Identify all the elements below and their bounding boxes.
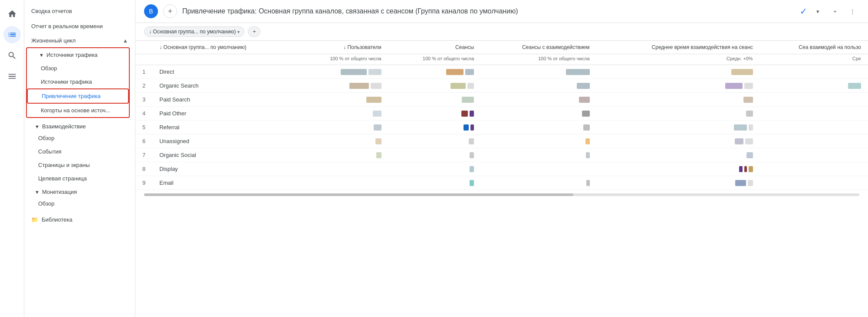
row-dim-4: Paid Other — [152, 107, 296, 121]
table-row[interactable]: 3 Paid Search — [135, 93, 868, 107]
table-controls: ↓ Основная группа... по умолчанию) ▾ + — [135, 23, 868, 41]
row-dim-9: Email — [152, 176, 296, 190]
sidebar-item-cohorts[interactable]: Когорты на основе источ... — [27, 104, 124, 117]
row-avg-time-6 — [597, 134, 760, 148]
sidebar-item-overview[interactable]: Обзор — [27, 62, 124, 75]
table-row[interactable]: 8 Display — [135, 162, 868, 176]
row-sessions-interaction-7 — [481, 148, 596, 162]
row-dim-8: Display — [152, 162, 296, 176]
row-avg-time-7 — [597, 148, 760, 162]
row-sessions-4 — [388, 107, 481, 121]
icon-rail — [0, 0, 24, 317]
row-sessions-per-user-9 — [760, 176, 868, 190]
monetization-section-header[interactable]: ▼ Монетизация — [24, 185, 135, 197]
sidebar-item-traffic-sources-header[interactable]: ▼ Источники трафика — [27, 48, 124, 62]
row-num-5: 5 — [135, 121, 152, 134]
header-add-button[interactable]: + — [163, 4, 177, 18]
chevron-icon: ▼ — [35, 190, 39, 195]
col-sessions-interaction-header[interactable]: Сеансы с взаимодействием — [481, 41, 596, 54]
dimension-pill[interactable]: ↓ Основная группа... по умолчанию) ▾ — [144, 26, 244, 37]
sidebar: Сводка отчетов Отчет в реальном времени … — [24, 0, 135, 317]
horizontal-scrollbar[interactable] — [144, 193, 859, 196]
table-row[interactable]: 7 Organic Social — [135, 148, 868, 162]
more-options-button[interactable]: ⋮ — [845, 4, 859, 18]
row-dim-1: Direct — [152, 65, 296, 79]
row-sessions-per-user-3 — [760, 93, 868, 107]
row-users-6 — [296, 134, 388, 148]
chevron-icon: ▼ — [35, 124, 39, 129]
sidebar-item-label: Сводка отчетов — [31, 8, 72, 14]
table-row[interactable]: 2 Organic Search — [135, 79, 868, 93]
row-dim-3: Paid Search — [152, 93, 296, 107]
row-sessions-9 — [388, 176, 481, 190]
sidebar-item-traffic-sources[interactable]: Источники трафика — [27, 75, 124, 88]
row-dim-6: Unassigned — [152, 134, 296, 148]
row-users-3 — [296, 93, 388, 107]
row-dim-2: Organic Search — [152, 79, 296, 93]
row-avg-time-3 — [597, 93, 760, 107]
row-sessions-per-user-2 — [760, 79, 868, 93]
row-users-2 — [296, 79, 388, 93]
traffic-sources-group: ▼ Источники трафика Обзор Источники траф… — [26, 47, 130, 118]
check-icon: ✓ — [800, 6, 807, 16]
row-avg-time-9 — [597, 176, 760, 190]
dimension-pill-label: ↓ Основная группа... по умолчанию) — [149, 29, 236, 35]
row-sessions-interaction-9 — [481, 176, 596, 190]
home-icon[interactable] — [3, 5, 21, 23]
col-users-header[interactable]: ↓ Пользователи — [296, 41, 388, 54]
sidebar-item-pages[interactable]: Страницы и экраны — [24, 158, 130, 172]
table-row[interactable]: 5 Referral — [135, 121, 868, 134]
sessions-per-user-subheader: Сре — [760, 54, 868, 65]
data-table: ↓ Основная группа... по умолчанию) ↓ Пол… — [135, 41, 868, 190]
sidebar-item-library[interactable]: 📁 Библиотека — [24, 212, 135, 227]
col-avg-time-header[interactable]: Среднее время взаимодействия на сеанс — [597, 41, 760, 54]
row-sessions-per-user-6 — [760, 134, 868, 148]
sidebar-item-eng-overview[interactable]: Обзор — [24, 131, 130, 145]
sidebar-item-realtime[interactable]: Отчет в реальном времени — [24, 19, 135, 34]
sidebar-item-label: Отчет в реальном времени — [31, 23, 103, 29]
scroll-thumb[interactable] — [144, 193, 573, 196]
row-sessions-interaction-8 — [481, 162, 596, 176]
table-row[interactable]: 1 Direct — [135, 65, 868, 79]
sidebar-item-mon-overview[interactable]: Обзор — [24, 197, 130, 210]
row-sessions-interaction-2 — [481, 79, 596, 93]
chevron-up-icon: ▲ — [123, 38, 128, 44]
row-avg-time-1 — [597, 65, 760, 79]
row-num-1: 1 — [135, 65, 152, 79]
table-row[interactable]: 9 Email — [135, 176, 868, 190]
add-button[interactable]: + — [828, 4, 842, 18]
row-num-2: 2 — [135, 79, 152, 93]
table-row[interactable]: 4 Paid Other — [135, 107, 868, 121]
row-sessions-1 — [388, 65, 481, 79]
explore-icon[interactable] — [3, 47, 21, 64]
col-sessions-header[interactable]: Сеансы — [388, 41, 481, 54]
dropdown-button[interactable]: ▾ — [811, 4, 825, 18]
row-num-8: 8 — [135, 162, 152, 176]
add-dimension-button[interactable]: + — [248, 26, 260, 37]
col-dim-header[interactable]: ↓ Основная группа... по умолчанию) — [152, 41, 296, 54]
row-avg-time-8 — [597, 162, 760, 176]
row-num-9: 9 — [135, 176, 152, 190]
col-sessions-per-user-header[interactable]: Сеа взаимодей на пользо — [760, 41, 868, 54]
advertising-icon[interactable] — [3, 68, 21, 85]
table-row[interactable]: 6 Unassigned — [135, 134, 868, 148]
lifecycle-section: Жизненный цикл ▲ ▼ Источники трафика Обз… — [24, 34, 135, 210]
row-sessions-per-user-4 — [760, 107, 868, 121]
row-sessions-6 — [388, 134, 481, 148]
avg-time-subheader: Средн. +0% — [597, 54, 760, 65]
sidebar-item-traffic-acquisition[interactable]: Привлечение трафика — [27, 88, 129, 104]
row-sessions-interaction-3 — [481, 93, 596, 107]
row-sessions-interaction-4 — [481, 107, 596, 121]
sidebar-item-summary[interactable]: Сводка отчетов — [24, 3, 135, 19]
sidebar-item-landing[interactable]: Целевая страница — [24, 172, 130, 185]
lifecycle-label: Жизненный цикл — [31, 37, 76, 44]
lifecycle-section-header[interactable]: Жизненный цикл ▲ — [24, 34, 135, 46]
row-sessions-2 — [388, 79, 481, 93]
row-sessions-per-user-1 — [760, 65, 868, 79]
sidebar-item-events[interactable]: События — [24, 145, 130, 158]
sessions-subheader: 100 % от общего числа — [388, 54, 481, 65]
reports-icon[interactable] — [3, 26, 21, 43]
engagement-section-header[interactable]: ▼ Взаимодействие — [24, 120, 135, 131]
row-num-3: 3 — [135, 93, 152, 107]
header-badge[interactable]: В — [144, 4, 158, 18]
